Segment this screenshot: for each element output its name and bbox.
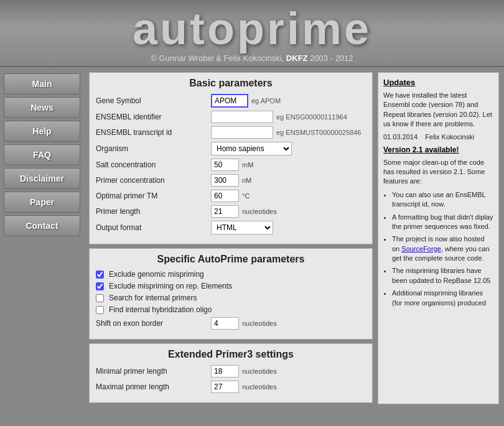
ensembl-transcript-label: ENSEMBL transcript id (96, 128, 211, 137)
primer-conc-input-area: nM (211, 174, 251, 187)
primer-length-row: Primer length nucleotides (96, 205, 366, 218)
gene-symbol-hint: eg APOM (251, 97, 281, 104)
salt-input-area: mM (211, 159, 253, 171)
organism-label: Organism (96, 144, 211, 153)
sidebar-item-contact[interactable]: Contact (4, 215, 80, 236)
salt-input[interactable] (211, 159, 239, 171)
exclude-rep-elements-checkbox[interactable] (96, 282, 104, 290)
ensembl-transcript-row: ENSEMBL transcript id eg ENSMUST00000025… (96, 126, 366, 139)
salt-unit: mM (242, 161, 253, 169)
organism-input-area: Homo sapiens Mus musculus (211, 142, 292, 155)
ensembl-id-row: ENSEMBL identifier eg ENSG00000111964 (96, 111, 366, 123)
primer-tm-row: Optimal primer TM °C (96, 190, 366, 202)
gene-symbol-label: Gene Symbol (96, 96, 211, 105)
right-panel: Updates We have installed the latest Ens… (378, 72, 499, 404)
max-primer-length-row: Maximal primer length nucleotides (96, 381, 366, 393)
copyright: © Gunnar Wrobel & Felix Kokocinski, DKFZ… (0, 53, 504, 63)
primer-tm-unit: °C (242, 192, 250, 200)
basic-parameters-section: Basic parameters Gene Symbol eg APOM ENS… (89, 72, 373, 244)
salt-row: Salt concentration mM (96, 159, 366, 171)
bullet-4: The mispriming libraries have been updat… (392, 266, 493, 285)
sidebar-item-faq[interactable]: FAQ (4, 144, 80, 165)
max-primer-length-unit: nucleotides (242, 383, 277, 391)
bullet-3: The project is now also hosted on Source… (392, 234, 493, 263)
exclude-rep-elements-row: Exclude mispriming on rep. Elements (96, 282, 366, 290)
gene-symbol-row: Gene Symbol eg APOM (96, 94, 366, 108)
min-primer-length-input[interactable] (211, 365, 239, 377)
header: autoprime © Gunnar Wrobel & Felix Kokoci… (0, 0, 504, 67)
sourceforge-link[interactable]: SourceForge (401, 245, 441, 252)
updates-date: 01.03.2014 Felix Kokocinski (383, 133, 493, 141)
sidebar-item-news[interactable]: News (4, 97, 80, 118)
min-primer-length-input-area: nucleotides (211, 365, 277, 377)
primer-conc-input[interactable] (211, 174, 239, 187)
min-primer-length-row: Minimal primer length nucleotides (96, 365, 366, 377)
max-primer-length-label: Maximal primer length (96, 382, 211, 391)
max-primer-length-input[interactable] (211, 381, 239, 393)
primer-conc-row: Primer concentration nM (96, 174, 366, 187)
ensembl-id-input-area: eg ENSG00000111964 (211, 111, 347, 123)
sidebar-item-help[interactable]: Help (4, 121, 80, 142)
sidebar-item-disclaimer[interactable]: Disclaimer (4, 168, 80, 189)
output-format-row: Output format HTML Text (96, 221, 366, 234)
shift-exon-input[interactable] (211, 317, 239, 330)
bullet-2: A formatting bug that didn't diplay the … (392, 213, 493, 232)
specific-parameters-title: Specific AutoPrime parameters (96, 254, 366, 265)
primer-length-label: Primer length (96, 207, 211, 216)
output-format-label: Output format (96, 223, 211, 232)
specific-parameters-section: Specific AutoPrime parameters Exclude ge… (89, 248, 373, 340)
min-primer-length-unit: nucleotides (242, 368, 277, 375)
ensembl-id-hint: eg ENSG00000111964 (276, 113, 347, 121)
version-title: Version 2.1 available! (383, 146, 493, 154)
find-hybridization-label: Find internal hybridization oligo (109, 305, 212, 314)
gene-symbol-input-area: eg APOM (211, 94, 281, 108)
primer-conc-unit: nM (242, 177, 251, 184)
ensembl-transcript-input-area: eg ENSMUST00000025846 (211, 126, 361, 139)
shift-exon-label: Shift on exon border (96, 319, 211, 328)
max-primer-length-input-area: nucleotides (211, 381, 277, 393)
salt-label: Salt concentration (96, 160, 211, 169)
updates-title: Updates (383, 78, 493, 87)
form-panel: Basic parameters Gene Symbol eg APOM ENS… (89, 72, 373, 404)
ensembl-transcript-input[interactable] (211, 126, 273, 139)
logo: autoprime (0, 6, 504, 51)
basic-parameters-title: Basic parameters (96, 78, 366, 89)
search-internal-row: Search for internal primers (96, 294, 366, 302)
ensembl-id-label: ENSEMBL identifier (96, 113, 211, 121)
primer-length-input[interactable] (211, 205, 239, 218)
ensembl-id-input[interactable] (211, 111, 273, 123)
output-format-input-area: HTML Text (211, 221, 273, 234)
extended-parameters-section: Extended Primer3 settings Minimal primer… (89, 343, 373, 403)
sidebar: Main News Help FAQ Disclaimer Paper Cont… (0, 67, 84, 409)
primer-tm-label: Optimal primer TM (96, 192, 211, 200)
bullet-5: Additional mispriming libraries (for mor… (392, 289, 493, 308)
main-content: Basic parameters Gene Symbol eg APOM ENS… (84, 67, 504, 409)
shift-exon-input-area: nucleotides (211, 317, 277, 330)
sidebar-item-paper[interactable]: Paper (4, 192, 80, 213)
bullet-1: You can also use an EnsEMBL transcript i… (392, 190, 493, 210)
primer-length-unit: nucleotides (242, 208, 277, 215)
exclude-genomic-checkbox[interactable] (96, 271, 104, 279)
search-internal-label: Search for internal primers (109, 294, 197, 302)
updates-body: We have installed the latest Ensembl cod… (383, 91, 493, 129)
min-primer-length-label: Minimal primer length (96, 367, 211, 376)
shift-exon-unit: nucleotides (242, 320, 277, 327)
primer-conc-label: Primer concentration (96, 176, 211, 185)
exclude-genomic-row: Exclude genomic mispriming (96, 270, 366, 279)
primer-length-input-area: nucleotides (211, 205, 277, 218)
exclude-genomic-label: Exclude genomic mispriming (109, 270, 204, 279)
primer-tm-input[interactable] (211, 190, 239, 202)
primer-tm-input-area: °C (211, 190, 250, 202)
find-hybridization-checkbox[interactable] (96, 306, 104, 314)
search-internal-checkbox[interactable] (96, 294, 104, 302)
organism-row: Organism Homo sapiens Mus musculus (96, 142, 366, 155)
organism-select[interactable]: Homo sapiens Mus musculus (211, 142, 292, 155)
version-intro: Some major clean-up of the code has resu… (383, 158, 493, 187)
gene-symbol-input[interactable] (211, 94, 248, 108)
sidebar-item-main[interactable]: Main (4, 73, 80, 95)
output-format-select[interactable]: HTML Text (211, 221, 273, 234)
ensembl-transcript-hint: eg ENSMUST00000025846 (276, 129, 361, 136)
find-hybridization-row: Find internal hybridization oligo (96, 305, 366, 314)
version-bullets: You can also use an EnsEMBL transcript i… (383, 190, 493, 308)
exclude-rep-elements-label: Exclude mispriming on rep. Elements (109, 282, 232, 290)
